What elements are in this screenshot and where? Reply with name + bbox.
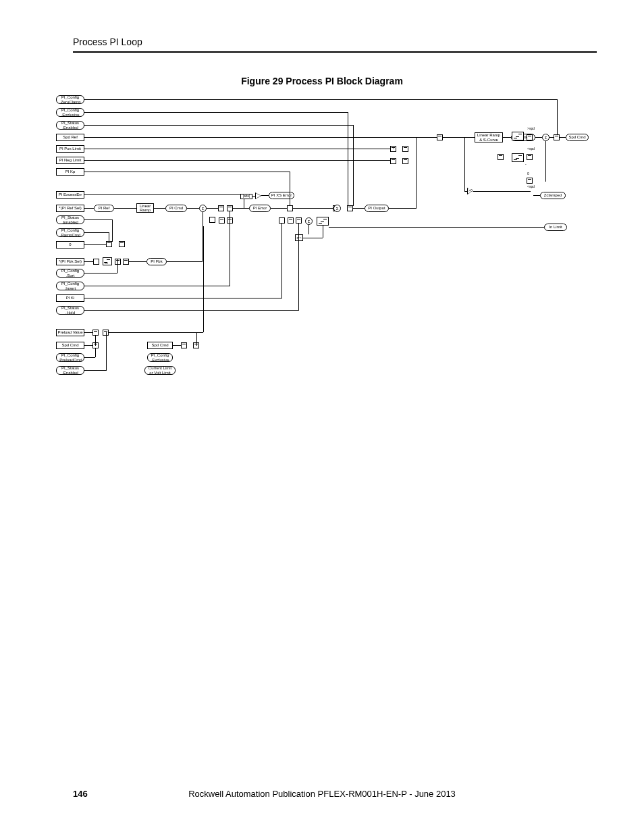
w-z1-up — [308, 225, 309, 234]
switch-invert — [218, 205, 224, 211]
w-to-gt0 — [464, 191, 467, 192]
w-z1-h — [303, 238, 323, 238]
switch-spdcmd-r1 — [181, 342, 187, 348]
sum-pi: Σ — [305, 217, 313, 225]
w-to-inlimit — [329, 227, 544, 228]
w-neglim — [84, 160, 390, 161]
zero-label: 0 — [527, 172, 529, 176]
spd-cmd-out: Spd Cmd — [566, 134, 589, 141]
switch-clamp-bot-r — [527, 178, 533, 184]
w-ref-to-ramp — [114, 208, 136, 209]
switch-neglim-2 — [402, 158, 408, 164]
w-preloadcmd-up — [95, 348, 96, 357]
current-volt-limit: Current Limit or Volt Limit — [144, 366, 176, 375]
w-enabled3 — [84, 370, 106, 371]
switch-fbk-2 — [123, 259, 129, 265]
switch-preload-1 — [92, 330, 99, 336]
w-preload-to-int — [109, 332, 203, 333]
switch-sqrt — [219, 217, 225, 224]
switch-enabled-out — [347, 205, 353, 211]
w-poslim-node — [393, 149, 394, 149]
w-output-onward — [389, 208, 416, 209]
pi-config-sqrt: PI_Config .Sqrt — [56, 269, 84, 278]
pi-kp: PI Kp — [56, 168, 84, 176]
w-rampcmd-down — [109, 232, 109, 242]
w-spdcmd2-h2 — [196, 332, 203, 333]
spd-cmd-left: Spd Cmd — [56, 342, 84, 349]
w-kp-down — [290, 172, 290, 205]
w-enabled2-down — [112, 219, 113, 242]
switch-spdref-r — [437, 134, 443, 140]
gt0-label: >0 — [468, 188, 473, 192]
switch-rampcmd-2 — [119, 241, 125, 247]
pi-excess-err: PI ExcessErr — [56, 191, 84, 199]
footer-publication: Rockwell Automation Publication PFLEX-RM… — [0, 789, 644, 799]
pi-pos-limit: PI Pos Limit — [56, 145, 84, 153]
lim-mid — [512, 153, 524, 162]
w-invert-up — [230, 211, 230, 286]
pi-status-enabled-1: PI_Status .Enabled — [56, 121, 84, 130]
switch-invert-2 — [227, 205, 233, 211]
w-hold — [84, 310, 298, 311]
header-rule — [73, 51, 597, 53]
neg-label: - — [525, 162, 527, 166]
w-enabled-down — [353, 125, 354, 206]
pi-ki: PI Ki — [56, 294, 84, 302]
pi-ref-sel: *(PI Ref Sel) — [56, 205, 84, 212]
w-rampcmd — [84, 232, 109, 233]
spd-ref: Spd Ref — [56, 134, 84, 141]
w-err-to-abs — [244, 199, 244, 209]
kp-mult — [287, 205, 293, 211]
switch-zclamp — [554, 134, 560, 140]
switch-rampcmd-1 — [106, 241, 112, 247]
comparator-tri — [255, 192, 261, 199]
page-header: Process PI Loop — [73, 36, 571, 47]
w-error-to-kp — [271, 208, 287, 209]
w-refsel — [84, 208, 94, 209]
pi-status-enabled-2: PI_Status .Enabled — [56, 215, 84, 224]
w-spdcmd2-v — [196, 332, 197, 346]
process-pi-block-diagram: PI_Config .ZeroClamp PI_Config .Exclusiv… — [53, 91, 593, 395]
spd-cmd-2: Spd Cmd — [147, 342, 173, 349]
w-output-to-spd-v — [416, 137, 417, 209]
w-spdref — [84, 137, 437, 138]
switch-clamp-top-r — [527, 134, 533, 140]
z1-block: z⁻¹ — [295, 234, 303, 241]
w-to-error — [233, 208, 249, 209]
w-fbk-chain — [129, 261, 146, 262]
w-preload-join — [95, 336, 96, 346]
figure-title: Figure 29 Process PI Block Diagram — [0, 76, 644, 86]
w-spd-to-gt0-v — [464, 137, 465, 191]
pi-config-rampcmd: PI_Config .RampCmd — [56, 228, 84, 237]
w-to-spdsum — [535, 137, 542, 138]
w-ki-up — [281, 224, 282, 298]
w-enabled3-up — [106, 332, 107, 371]
w-fbksel — [84, 261, 93, 262]
switch-clamp-mid-r — [527, 154, 533, 160]
pi-config-preloadcmd: PI_Config .PreloadCmd — [56, 353, 84, 362]
w-ramp-to-cmd — [154, 208, 165, 209]
w-spdcmd-l1 — [84, 345, 92, 346]
pi-fbk: PI Fbk — [146, 258, 167, 265]
w-zero — [84, 244, 106, 245]
switch-hold-2 — [296, 217, 302, 224]
fbk-sqrt-box — [93, 259, 99, 265]
w-spdsum-branch — [545, 141, 546, 182]
pi-status-enabled-3: PI_Status .Enabled — [56, 366, 84, 375]
pi-output: PI Output — [365, 205, 389, 212]
pi-status-hold: PI_Status .Hold — [56, 306, 84, 315]
w-exclusive-down — [348, 112, 348, 205]
w-to-spdcmd — [560, 137, 566, 138]
w-hold-up — [298, 224, 299, 311]
zero-block: 0 — [56, 241, 84, 249]
switch-hold-1 — [288, 217, 294, 224]
section-title: Process PI Loop — [73, 36, 142, 47]
pi-ref: PI Ref — [94, 205, 114, 212]
switch-neglim — [390, 158, 396, 164]
pi-neg-limit: PI Neg Limit — [56, 157, 84, 164]
w-kp-to-sum2 — [293, 208, 333, 209]
sum-error: Σ — [199, 205, 207, 212]
w-invert — [84, 286, 230, 286]
in-limit: In Limit — [544, 224, 567, 231]
w-enabled1 — [84, 125, 353, 126]
